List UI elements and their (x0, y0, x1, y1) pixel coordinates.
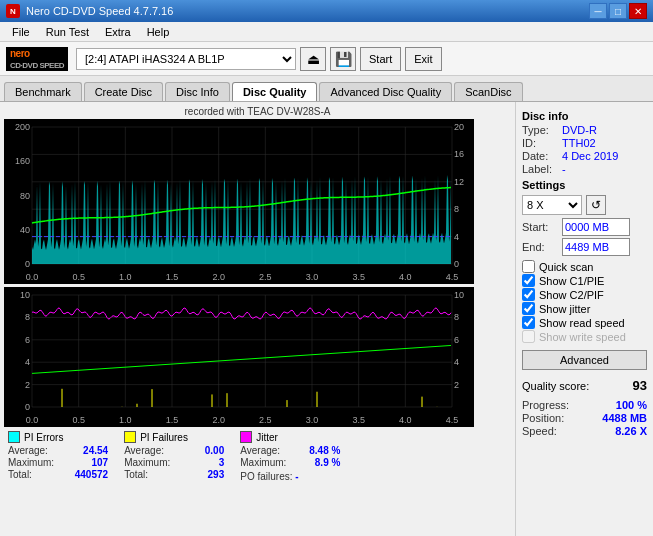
pi-errors-max-value: 107 (58, 457, 108, 468)
date-value: 4 Dec 2019 (562, 150, 618, 162)
speed-run-label: Speed: (522, 425, 557, 437)
pi-failures-label: PI Failures (140, 432, 188, 443)
quick-scan-checkbox[interactable] (522, 260, 535, 273)
app-title: Nero CD-DVD Speed 4.7.7.16 (26, 5, 173, 17)
bottom-chart-wrapper (4, 287, 511, 427)
end-mb-label: End: (522, 241, 558, 253)
po-failures-label: PO failures: (240, 471, 292, 482)
title-bar: N Nero CD-DVD Speed 4.7.7.16 ─ □ ✕ (0, 0, 653, 22)
eject-icon-button[interactable]: ⏏ (300, 47, 326, 71)
drive-selector[interactable]: [2:4] ATAPI iHAS324 A BL1P (76, 48, 296, 70)
sidebar: Disc info Type: DVD-R ID: TTH02 Date: 4 … (515, 102, 653, 536)
top-chart-wrapper (4, 119, 511, 284)
tab-advanced-disc-quality[interactable]: Advanced Disc Quality (319, 82, 452, 101)
chart-area: recorded with TEAC DV-W28S-A PI Errors A… (0, 102, 515, 536)
id-value: TTH02 (562, 137, 596, 149)
pi-errors-total-label: Total: (8, 469, 32, 480)
pi-failures-avg-value: 0.00 (174, 445, 224, 456)
chart-title: recorded with TEAC DV-W28S-A (4, 106, 511, 117)
quality-score-value: 93 (633, 378, 647, 393)
end-mb-input[interactable] (562, 238, 630, 256)
show-c1-pie-checkbox[interactable] (522, 274, 535, 287)
nero-logo: neroCD·DVD SPEED (6, 47, 68, 71)
tab-disc-info[interactable]: Disc Info (165, 82, 230, 101)
progress-value: 100 % (616, 399, 647, 411)
date-label: Date: (522, 150, 558, 162)
tab-benchmark[interactable]: Benchmark (4, 82, 82, 101)
show-jitter-checkbox[interactable] (522, 302, 535, 315)
pi-errors-total-value: 440572 (58, 469, 108, 480)
quality-score-label: Quality score: (522, 380, 589, 392)
show-read-speed-label: Show read speed (539, 317, 625, 329)
show-jitter-label: Show jitter (539, 303, 590, 315)
pi-errors-legend: PI Errors Average: 24.54 Maximum: 107 To… (8, 431, 108, 482)
close-button[interactable]: ✕ (629, 3, 647, 19)
disc-info-title: Disc info (522, 110, 647, 122)
show-write-speed-label: Show write speed (539, 331, 626, 343)
show-c1-pie-label: Show C1/PIE (539, 275, 604, 287)
pi-failures-max-label: Maximum: (124, 457, 170, 468)
disc-label-label: Label: (522, 163, 558, 175)
advanced-button[interactable]: Advanced (522, 350, 647, 370)
refresh-button[interactable]: ↺ (586, 195, 606, 215)
pi-failures-avg-label: Average: (124, 445, 164, 456)
quality-score-row: Quality score: 93 (522, 378, 647, 393)
quick-scan-label: Quick scan (539, 261, 593, 273)
pi-failures-total-value: 293 (174, 469, 224, 480)
jitter-avg-value: 8.48 % (290, 445, 340, 456)
top-chart-canvas (4, 119, 474, 284)
pi-failures-max-value: 3 (174, 457, 224, 468)
menu-extra[interactable]: Extra (97, 24, 139, 40)
pi-errors-color-swatch (8, 431, 20, 443)
toolbar: neroCD·DVD SPEED [2:4] ATAPI iHAS324 A B… (0, 42, 653, 76)
jitter-legend: Jitter Average: 8.48 % Maximum: 8.9 % PO… (240, 431, 340, 482)
progress-rows: Progress: 100 % Position: 4488 MB Speed:… (522, 399, 647, 437)
jitter-label: Jitter (256, 432, 278, 443)
jitter-max-value: 8.9 % (290, 457, 340, 468)
start-mb-label: Start: (522, 221, 558, 233)
disc-label-value: - (562, 163, 566, 175)
menu-help[interactable]: Help (139, 24, 178, 40)
position-value: 4488 MB (602, 412, 647, 424)
jitter-max-label: Maximum: (240, 457, 286, 468)
tab-bar: Benchmark Create Disc Disc Info Disc Qua… (0, 76, 653, 102)
menu-file[interactable]: File (4, 24, 38, 40)
pi-failures-total-label: Total: (124, 469, 148, 480)
tab-create-disc[interactable]: Create Disc (84, 82, 163, 101)
settings-title: Settings (522, 179, 647, 191)
speed-selector[interactable]: 8 X (522, 195, 582, 215)
show-write-speed-checkbox (522, 330, 535, 343)
type-value: DVD-R (562, 124, 597, 136)
jitter-color-swatch (240, 431, 252, 443)
save-icon-button[interactable]: 💾 (330, 47, 356, 71)
start-mb-input[interactable] (562, 218, 630, 236)
id-label: ID: (522, 137, 558, 149)
legend-area: PI Errors Average: 24.54 Maximum: 107 To… (4, 427, 511, 482)
menu-bar: File Run Test Extra Help (0, 22, 653, 42)
app-icon: N (6, 4, 20, 18)
position-label: Position: (522, 412, 564, 424)
exit-button[interactable]: Exit (405, 47, 441, 71)
show-c2-pif-checkbox[interactable] (522, 288, 535, 301)
type-label: Type: (522, 124, 558, 136)
tab-disc-quality[interactable]: Disc Quality (232, 82, 318, 101)
show-read-speed-checkbox[interactable] (522, 316, 535, 329)
po-failures-value: - (295, 471, 298, 482)
pi-failures-legend: PI Failures Average: 0.00 Maximum: 3 Tot… (124, 431, 224, 482)
pi-errors-max-label: Maximum: (8, 457, 54, 468)
jitter-avg-label: Average: (240, 445, 280, 456)
main-content: recorded with TEAC DV-W28S-A PI Errors A… (0, 102, 653, 536)
minimize-button[interactable]: ─ (589, 3, 607, 19)
menu-run-test[interactable]: Run Test (38, 24, 97, 40)
start-button[interactable]: Start (360, 47, 401, 71)
pi-errors-label: PI Errors (24, 432, 63, 443)
pi-errors-avg-value: 24.54 (58, 445, 108, 456)
pi-failures-color-swatch (124, 431, 136, 443)
tab-scan-disc[interactable]: ScanDisc (454, 82, 522, 101)
progress-label: Progress: (522, 399, 569, 411)
maximize-button[interactable]: □ (609, 3, 627, 19)
bottom-chart-canvas (4, 287, 474, 427)
pi-errors-avg-label: Average: (8, 445, 48, 456)
speed-run-value: 8.26 X (615, 425, 647, 437)
show-c2-pif-label: Show C2/PIF (539, 289, 604, 301)
